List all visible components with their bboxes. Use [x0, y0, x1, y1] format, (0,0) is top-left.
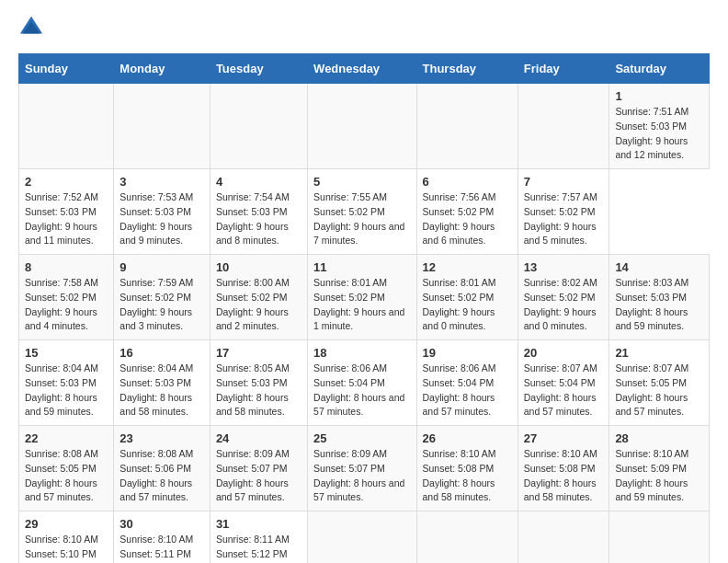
- day-number: 21: [615, 346, 703, 360]
- day-info: Sunrise: 7:53 AMSunset: 5:03 PMDaylight:…: [119, 190, 204, 248]
- day-info: Sunrise: 8:07 AMSunset: 5:04 PMDaylight:…: [524, 362, 604, 419]
- calendar-cell: 7Sunrise: 7:57 AMSunset: 5:02 PMDaylight…: [518, 169, 609, 255]
- day-number: 23: [119, 431, 204, 445]
- day-number: 17: [216, 346, 301, 360]
- day-number: 20: [524, 346, 604, 360]
- day-number: 28: [615, 431, 703, 445]
- day-info: Sunrise: 7:56 AMSunset: 5:02 PMDaylight:…: [423, 190, 512, 248]
- calendar-cell: 2Sunrise: 7:52 AMSunset: 5:03 PMDaylight…: [19, 169, 114, 255]
- day-number: 30: [119, 517, 204, 531]
- calendar-cell: 22Sunrise: 8:08 AMSunset: 5:05 PMDayligh…: [19, 426, 114, 511]
- day-number: 16: [119, 346, 204, 360]
- calendar-cell: 26Sunrise: 8:10 AMSunset: 5:08 PMDayligh…: [416, 426, 518, 511]
- day-info: Sunrise: 8:08 AMSunset: 5:06 PMDaylight:…: [119, 447, 204, 505]
- calendar-week-row: 1Sunrise: 7:51 AMSunset: 5:03 PMDaylight…: [19, 84, 710, 169]
- day-info: Sunrise: 8:05 AMSunset: 5:03 PMDaylight:…: [216, 362, 301, 419]
- day-number: 31: [216, 517, 301, 531]
- day-number: 12: [423, 260, 512, 274]
- calendar-cell: 30Sunrise: 8:10 AMSunset: 5:11 PMDayligh…: [114, 511, 210, 564]
- calendar-week-row: 15Sunrise: 8:04 AMSunset: 5:03 PMDayligh…: [19, 340, 710, 426]
- calendar-cell: [114, 84, 210, 169]
- calendar-cell: 13Sunrise: 8:02 AMSunset: 5:02 PMDayligh…: [518, 255, 609, 340]
- calendar-cell: [609, 511, 710, 564]
- page-header: [18, 18, 710, 44]
- day-number: 13: [524, 260, 604, 274]
- day-number: 25: [313, 431, 410, 445]
- day-info: Sunrise: 8:01 AMSunset: 5:02 PMDaylight:…: [313, 276, 410, 334]
- day-info: Sunrise: 8:10 AMSunset: 5:11 PMDaylight:…: [119, 533, 204, 563]
- day-number: 10: [216, 260, 301, 274]
- calendar-cell: 25Sunrise: 8:09 AMSunset: 5:07 PMDayligh…: [308, 426, 416, 511]
- weekday-header: Saturday: [609, 54, 710, 84]
- day-info: Sunrise: 7:58 AMSunset: 5:02 PMDaylight:…: [25, 276, 108, 334]
- calendar-cell: 12Sunrise: 8:01 AMSunset: 5:02 PMDayligh…: [416, 255, 518, 340]
- day-number: 14: [615, 260, 703, 274]
- calendar-cell: [19, 84, 114, 169]
- header-row: SundayMondayTuesdayWednesdayThursdayFrid…: [19, 54, 710, 84]
- calendar-cell: 4Sunrise: 7:54 AMSunset: 5:03 PMDaylight…: [210, 169, 307, 255]
- day-info: Sunrise: 8:09 AMSunset: 5:07 PMDaylight:…: [216, 447, 301, 505]
- calendar-cell: 14Sunrise: 8:03 AMSunset: 5:03 PMDayligh…: [609, 255, 710, 340]
- weekday-header: Friday: [518, 54, 609, 84]
- day-number: 8: [25, 260, 108, 274]
- calendar-cell: 29Sunrise: 8:10 AMSunset: 5:10 PMDayligh…: [19, 511, 114, 564]
- day-info: Sunrise: 8:01 AMSunset: 5:02 PMDaylight:…: [423, 276, 512, 334]
- calendar-cell: 20Sunrise: 8:07 AMSunset: 5:04 PMDayligh…: [518, 340, 609, 426]
- day-number: 4: [216, 175, 301, 189]
- weekday-header: Wednesday: [308, 54, 416, 84]
- day-number: 3: [119, 175, 204, 189]
- day-number: 24: [216, 431, 301, 445]
- day-info: Sunrise: 8:07 AMSunset: 5:05 PMDaylight:…: [615, 362, 703, 419]
- day-info: Sunrise: 8:03 AMSunset: 5:03 PMDaylight:…: [615, 276, 703, 334]
- day-number: 29: [25, 517, 108, 531]
- weekday-header: Sunday: [19, 54, 114, 84]
- day-number: 5: [313, 175, 410, 189]
- calendar-cell: 5Sunrise: 7:55 AMSunset: 5:02 PMDaylight…: [308, 169, 416, 255]
- calendar-cell: 15Sunrise: 8:04 AMSunset: 5:03 PMDayligh…: [19, 340, 114, 426]
- calendar-header: SundayMondayTuesdayWednesdayThursdayFrid…: [19, 54, 710, 84]
- day-info: Sunrise: 7:54 AMSunset: 5:03 PMDaylight:…: [216, 190, 301, 248]
- calendar-cell: 11Sunrise: 8:01 AMSunset: 5:02 PMDayligh…: [308, 255, 416, 340]
- calendar-week-row: 29Sunrise: 8:10 AMSunset: 5:10 PMDayligh…: [19, 511, 710, 564]
- calendar-cell: [416, 84, 518, 169]
- day-number: 15: [25, 346, 108, 360]
- calendar-cell: 27Sunrise: 8:10 AMSunset: 5:08 PMDayligh…: [518, 426, 609, 511]
- day-info: Sunrise: 8:10 AMSunset: 5:08 PMDaylight:…: [423, 447, 512, 505]
- day-number: 22: [25, 431, 108, 445]
- day-number: 11: [313, 260, 410, 274]
- day-info: Sunrise: 8:04 AMSunset: 5:03 PMDaylight:…: [25, 362, 108, 419]
- calendar-cell: 10Sunrise: 8:00 AMSunset: 5:02 PMDayligh…: [210, 255, 307, 340]
- calendar-cell: 31Sunrise: 8:11 AMSunset: 5:12 PMDayligh…: [210, 511, 307, 564]
- day-info: Sunrise: 8:06 AMSunset: 5:04 PMDaylight:…: [313, 362, 410, 419]
- calendar-week-row: 22Sunrise: 8:08 AMSunset: 5:05 PMDayligh…: [19, 426, 710, 511]
- calendar-cell: 8Sunrise: 7:58 AMSunset: 5:02 PMDaylight…: [19, 255, 114, 340]
- calendar-cell: [416, 511, 518, 564]
- day-info: Sunrise: 7:57 AMSunset: 5:02 PMDaylight:…: [524, 190, 604, 248]
- calendar-week-row: 2Sunrise: 7:52 AMSunset: 5:03 PMDaylight…: [19, 169, 710, 255]
- day-number: 26: [423, 431, 512, 445]
- day-info: Sunrise: 8:11 AMSunset: 5:12 PMDaylight:…: [216, 533, 301, 563]
- calendar-table: SundayMondayTuesdayWednesdayThursdayFrid…: [18, 53, 710, 563]
- logo-icon: [18, 15, 44, 40]
- day-info: Sunrise: 8:06 AMSunset: 5:04 PMDaylight:…: [423, 362, 512, 419]
- calendar-cell: 17Sunrise: 8:05 AMSunset: 5:03 PMDayligh…: [210, 340, 307, 426]
- calendar-cell: 18Sunrise: 8:06 AMSunset: 5:04 PMDayligh…: [308, 340, 416, 426]
- calendar-cell: [210, 84, 307, 169]
- day-number: 18: [313, 346, 410, 360]
- calendar-cell: 19Sunrise: 8:06 AMSunset: 5:04 PMDayligh…: [416, 340, 518, 426]
- weekday-header: Monday: [114, 54, 210, 84]
- logo: [18, 18, 48, 44]
- calendar-body: 1Sunrise: 7:51 AMSunset: 5:03 PMDaylight…: [19, 84, 710, 564]
- day-info: Sunrise: 8:04 AMSunset: 5:03 PMDaylight:…: [119, 362, 204, 419]
- day-info: Sunrise: 8:00 AMSunset: 5:02 PMDaylight:…: [216, 276, 301, 334]
- day-info: Sunrise: 8:10 AMSunset: 5:10 PMDaylight:…: [25, 533, 108, 563]
- day-number: 19: [423, 346, 512, 360]
- calendar-cell: [308, 84, 416, 169]
- day-info: Sunrise: 8:10 AMSunset: 5:09 PMDaylight:…: [615, 447, 703, 505]
- day-number: 7: [524, 175, 604, 189]
- day-number: 9: [119, 260, 204, 274]
- calendar-cell: 21Sunrise: 8:07 AMSunset: 5:05 PMDayligh…: [609, 340, 710, 426]
- calendar-cell: 1Sunrise: 7:51 AMSunset: 5:03 PMDaylight…: [609, 84, 710, 169]
- day-info: Sunrise: 8:08 AMSunset: 5:05 PMDaylight:…: [25, 447, 108, 505]
- calendar-cell: [518, 511, 609, 564]
